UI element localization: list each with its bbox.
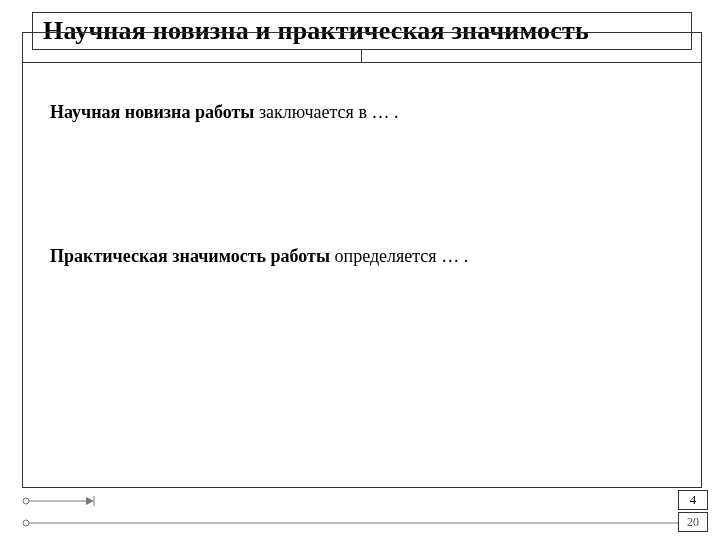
page-number-total: 20 — [678, 512, 708, 532]
paragraph-novelty: Научная новизна работы заключается в … . — [50, 100, 680, 124]
page-number-current: 4 — [678, 490, 708, 510]
paragraph-significance: Практическая значимость работы определяе… — [50, 244, 680, 268]
slide-content: Научная новизна работы заключается в … .… — [50, 100, 680, 389]
novelty-text: заключается в … . — [254, 102, 398, 122]
svg-point-4 — [23, 520, 29, 526]
svg-marker-2 — [86, 497, 94, 505]
novelty-label: Научная новизна работы — [50, 102, 254, 122]
svg-point-0 — [23, 498, 29, 504]
header-split-tick — [361, 50, 362, 62]
page-total-value: 20 — [687, 515, 699, 530]
page-current-value: 4 — [690, 492, 697, 508]
bottom-arrows-decor — [22, 494, 702, 532]
arrow-long-icon — [22, 516, 702, 530]
header-underline — [23, 62, 701, 63]
significance-label: Практическая значимость работы — [50, 246, 330, 266]
arrow-short-icon — [22, 494, 96, 508]
significance-text: определяется … . — [330, 246, 468, 266]
